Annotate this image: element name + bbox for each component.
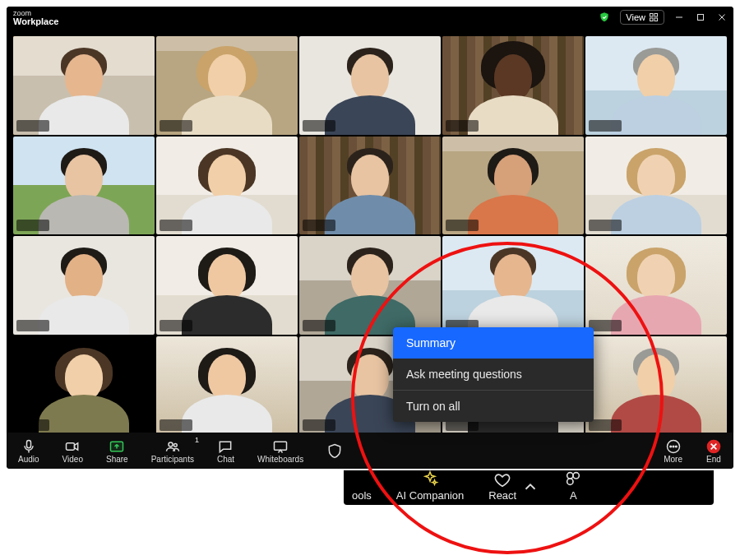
apps-label-clipped: A: [570, 489, 577, 502]
participant-tile[interactable]: [442, 137, 584, 235]
svg-rect-5: [698, 15, 704, 21]
heart-icon: [493, 471, 511, 489]
menu-item-summary[interactable]: Summary: [393, 327, 594, 359]
tools-button-clipped[interactable]: [315, 433, 346, 469]
gallery-grid: [13, 36, 727, 434]
participant-tile[interactable]: [156, 236, 298, 335]
participants-label: Participants: [151, 455, 194, 464]
svg-point-12: [173, 443, 177, 447]
nameplate: [16, 120, 49, 132]
participant-tile[interactable]: [585, 336, 727, 435]
share-label: Share: [106, 455, 128, 464]
menu-item-turn-on-all[interactable]: Turn on all: [393, 391, 594, 422]
more-button[interactable]: More: [652, 433, 694, 469]
participant-tile[interactable]: [299, 137, 441, 235]
participant-tile[interactable]: [442, 36, 584, 135]
view-label: View: [626, 12, 645, 22]
chat-button[interactable]: Chat: [206, 433, 246, 469]
sparkle-icon: [421, 470, 439, 488]
chevron-up-icon[interactable]: [521, 478, 539, 496]
participant-tile[interactable]: [585, 137, 727, 235]
participant-tile[interactable]: [156, 137, 298, 235]
participant-tile[interactable]: [299, 236, 441, 335]
minimize-icon[interactable]: [674, 12, 684, 22]
nameplate: [303, 120, 335, 132]
window-controls: [674, 12, 727, 22]
audio-button[interactable]: Audio: [7, 433, 51, 469]
toolbar-overflow: ools AI Companion React A: [344, 470, 714, 505]
audio-label: Audio: [18, 455, 39, 464]
participants-count: 1: [195, 436, 199, 444]
nameplate: [16, 320, 49, 331]
participant-tile[interactable]: [156, 336, 298, 435]
brand: zoom Workplace: [13, 9, 58, 25]
participant-tile[interactable]: [156, 36, 298, 135]
meeting-toolbar: Audio Video Share 1 Participants Chat: [7, 433, 733, 469]
participant-tile[interactable]: [13, 137, 155, 235]
nameplate: [589, 220, 622, 231]
svg-point-22: [573, 473, 579, 479]
nameplate: [446, 220, 479, 231]
svg-rect-9: [67, 442, 75, 449]
apps-button-clipped[interactable]: A: [564, 470, 582, 502]
chat-icon: [217, 438, 234, 455]
participant-tile[interactable]: [585, 36, 727, 135]
view-button[interactable]: View: [620, 10, 664, 25]
nameplate: [589, 320, 622, 331]
svg-rect-3: [654, 18, 658, 21]
nameplate: [303, 220, 335, 231]
nameplate: [303, 320, 335, 331]
participant-tile[interactable]: [13, 336, 155, 435]
nameplate: [160, 419, 192, 431]
more-icon: [665, 438, 682, 455]
end-call-icon: [705, 438, 722, 455]
svg-point-15: [669, 446, 671, 447]
svg-point-23: [567, 479, 573, 484]
close-icon[interactable]: [717, 12, 727, 22]
end-label: End: [706, 455, 721, 464]
nameplate: [16, 220, 49, 231]
nameplate: [589, 120, 622, 132]
shield-check-icon: [599, 12, 610, 23]
tools-button[interactable]: ools: [352, 489, 372, 502]
participant-tile[interactable]: [299, 36, 441, 135]
participant-tile[interactable]: [13, 36, 155, 135]
svg-rect-8: [26, 440, 30, 447]
ai-companion-button[interactable]: AI Companion: [396, 470, 464, 502]
nameplate: [160, 320, 192, 331]
titlebar: zoom Workplace View: [7, 7, 733, 28]
participants-button[interactable]: 1 Participants: [140, 433, 206, 469]
svg-point-11: [169, 442, 173, 447]
apps-icon: [564, 470, 582, 488]
share-button[interactable]: Share: [95, 433, 140, 469]
share-screen-icon: [109, 438, 125, 455]
nameplate: [446, 120, 479, 132]
participants-icon: [164, 438, 181, 455]
brand-lower: Workplace: [13, 17, 58, 25]
participant-tile[interactable]: [13, 236, 155, 335]
svg-point-17: [675, 446, 677, 447]
maximize-icon[interactable]: [696, 12, 705, 22]
shield-icon: [326, 442, 343, 459]
brand-upper: zoom: [13, 9, 58, 17]
nameplate: [589, 419, 622, 431]
react-button[interactable]: React: [488, 471, 539, 502]
nameplate: [160, 120, 192, 132]
end-button[interactable]: End: [694, 433, 733, 469]
svg-rect-13: [275, 442, 287, 450]
svg-rect-1: [654, 14, 658, 17]
ai-companion-menu: Summary Ask meeting questions Turn on al…: [393, 327, 594, 422]
participant-tile[interactable]: [442, 236, 584, 335]
nameplate: [303, 419, 335, 431]
video-camera-icon: [64, 438, 81, 455]
more-label: More: [664, 455, 682, 464]
participant-tile[interactable]: [585, 236, 727, 335]
video-button[interactable]: Video: [51, 433, 95, 469]
ai-companion-label: AI Companion: [396, 489, 464, 502]
chat-label: Chat: [217, 455, 234, 464]
whiteboards-label: Whiteboards: [257, 455, 303, 464]
screenshot-root: zoom Workplace View: [0, 0, 740, 560]
gallery-grid-icon: [649, 12, 659, 22]
menu-item-ask-questions[interactable]: Ask meeting questions: [393, 359, 594, 390]
whiteboards-button[interactable]: Whiteboards: [246, 433, 315, 469]
